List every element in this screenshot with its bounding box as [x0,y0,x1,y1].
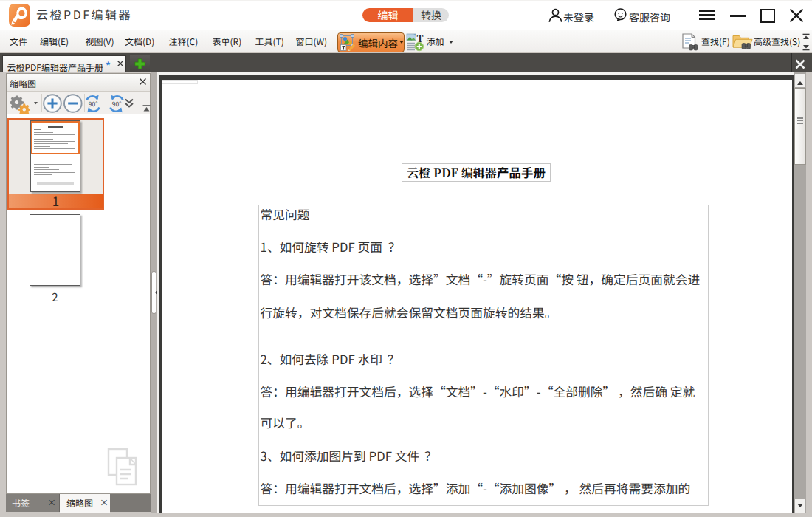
svg-text:90°: 90° [88,99,97,108]
svg-text:90°: 90° [111,99,121,108]
